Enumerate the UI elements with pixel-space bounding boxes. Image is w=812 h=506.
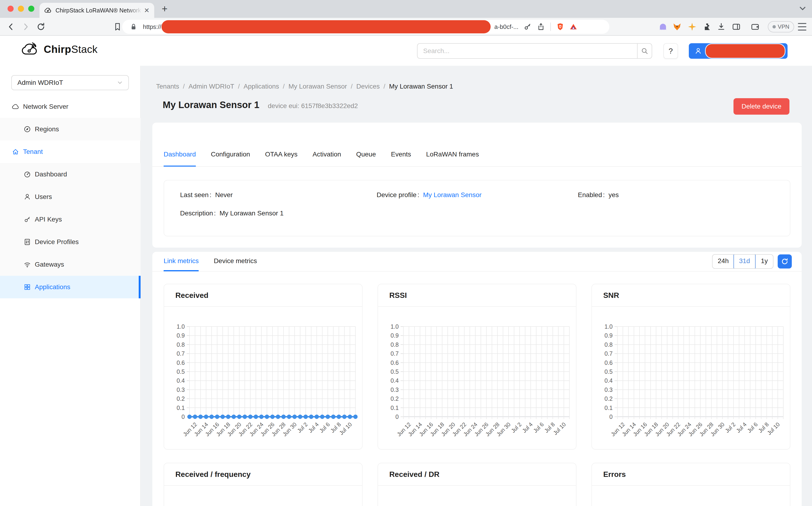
chart-plot: 1.00.90.80.70.60.50.40.30.20.10Jun 12Jun… [378, 307, 576, 450]
sidebar-item-users[interactable]: Users [0, 186, 141, 208]
svg-text:0.7: 0.7 [390, 350, 399, 357]
share-icon[interactable] [537, 22, 545, 31]
downloads-icon[interactable] [717, 22, 726, 31]
spark-extension-icon[interactable] [687, 22, 697, 31]
info-device-profile: Device profile:My Lorawan Sensor [377, 191, 482, 199]
sidebar-item-api-keys[interactable]: API Keys [0, 208, 141, 231]
extensions-puzzle-icon[interactable] [703, 22, 712, 31]
search-input[interactable] [417, 43, 637, 59]
svg-text:0.1: 0.1 [390, 405, 399, 411]
svg-text:0.1: 0.1 [604, 405, 613, 411]
breadcrumb: Tenants/Admin WDRIoT/Applications/My Lor… [156, 83, 453, 90]
tab-queue[interactable]: Queue [356, 143, 376, 167]
svg-text:Jul 6: Jul 6 [746, 421, 759, 434]
tab-lorawan-frames[interactable]: LoRaWAN frames [426, 143, 479, 167]
svg-text:1.0: 1.0 [390, 323, 399, 330]
chart-title: Received [175, 291, 209, 300]
breadcrumb-item-my-lorawan-sensor-1: My Lorawan Sensor 1 [389, 83, 453, 90]
sidebar-item-label: Gateways [35, 261, 64, 268]
breadcrumb-separator: / [351, 83, 353, 90]
chevron-down-icon [117, 80, 123, 86]
wallet-icon[interactable] [750, 22, 760, 31]
refresh-button[interactable] [778, 254, 792, 268]
tenant-select[interactable]: Admin WDRIoT [11, 75, 129, 90]
delete-device-button[interactable]: Delete device [734, 98, 790, 115]
sidebar-item-device-profiles[interactable]: Device Profiles [0, 231, 141, 253]
tab-events[interactable]: Events [391, 143, 411, 167]
chart-card-received-dr: Received / DR [378, 463, 577, 506]
svg-text:Jul 4: Jul 4 [307, 421, 320, 434]
user-menu-button[interactable] [689, 43, 788, 59]
chart-card-body: 1.00.90.80.70.60.50.40.30.20.10Jun 12Jun… [378, 307, 576, 450]
bookmark-icon[interactable] [113, 22, 122, 31]
svg-text:0.7: 0.7 [176, 350, 185, 357]
range-24h[interactable]: 24h [713, 255, 734, 268]
search-button[interactable] [637, 43, 652, 59]
tab-close-icon[interactable]: ✕ [144, 7, 150, 14]
vpn-label: VPN [778, 23, 789, 30]
browser-menu-button[interactable] [798, 23, 806, 30]
breadcrumb-item-devices[interactable]: Devices [356, 83, 380, 90]
tab-activation[interactable]: Activation [313, 143, 341, 167]
tab-device-metrics[interactable]: Device metrics [214, 252, 257, 271]
phantom-extension-icon[interactable] [658, 22, 668, 31]
sidebar-item-network-server[interactable]: Network Server [0, 95, 141, 118]
tab-dashboard[interactable]: Dashboard [164, 143, 196, 167]
window-close-button[interactable] [7, 6, 14, 12]
bat-icon[interactable] [569, 22, 578, 31]
breadcrumb-item-tenants[interactable]: Tenants [156, 83, 179, 90]
info-description: Description:My Lorawan Sensor 1 [180, 209, 284, 217]
browser-tab[interactable]: ChirpStack LoRaWAN® Network ✕ [40, 3, 154, 18]
help-button[interactable]: ? [663, 43, 678, 59]
tab-configuration[interactable]: Configuration [211, 143, 250, 167]
key-icon[interactable] [524, 22, 532, 31]
window-controls [7, 6, 34, 12]
tab-search-chevron-icon[interactable] [798, 4, 807, 13]
sidebar-item-tenant[interactable]: Tenant [0, 141, 141, 163]
breadcrumb-separator: / [238, 83, 240, 90]
sidebar-item-gateways[interactable]: Gateways [0, 253, 141, 276]
device-profile-link[interactable]: My Lorawan Sensor [423, 191, 482, 198]
chart-card-header: RSSI [378, 284, 576, 307]
svg-text:0.3: 0.3 [176, 387, 185, 393]
breadcrumb-item-applications[interactable]: Applications [243, 83, 279, 90]
tab-otaa-keys[interactable]: OTAA keys [265, 143, 298, 167]
reload-button[interactable] [36, 22, 46, 32]
back-button[interactable] [6, 22, 16, 32]
range-31d[interactable]: 31d [734, 254, 756, 269]
svg-text:0.5: 0.5 [604, 368, 613, 375]
svg-text:0.2: 0.2 [390, 395, 399, 402]
sidebar-item-label: API Keys [35, 216, 62, 223]
chart-card-body [378, 486, 576, 506]
svg-text:0: 0 [181, 413, 185, 420]
metamask-extension-icon[interactable] [672, 22, 682, 31]
brave-shield-icon[interactable] [556, 22, 565, 31]
sidebar-item-dashboard[interactable]: Dashboard [0, 163, 141, 186]
url-redaction [161, 20, 491, 33]
svg-text:Jul 10: Jul 10 [766, 421, 781, 436]
vpn-button[interactable]: VPN [768, 21, 794, 32]
sidebar-toggle-icon[interactable] [732, 22, 741, 31]
chart-plot: 1.00.90.80.70.60.50.40.30.20.10Jun 12Jun… [592, 307, 790, 450]
chirpstack-logo[interactable]: ChirpStack [21, 42, 97, 56]
sidebar-item-regions[interactable]: Regions [0, 118, 141, 141]
forward-button[interactable] [21, 22, 31, 32]
window-zoom-button[interactable] [28, 6, 34, 12]
chirpstack-favicon-icon [44, 7, 52, 14]
svg-text:0.6: 0.6 [390, 359, 399, 366]
breadcrumb-item-my-lorawan-sensor[interactable]: My Lorawan Sensor [288, 83, 347, 90]
window-minimize-button[interactable] [18, 6, 24, 12]
tab-link-metrics[interactable]: Link metrics [164, 252, 199, 271]
metrics-header: Link metricsDevice metrics 24h31d1y [152, 252, 802, 271]
breadcrumb-separator: / [183, 83, 185, 90]
chart-card-body: 1.00.90.80.70.60.50.40.30.20.10Jun 12Jun… [592, 307, 790, 450]
breadcrumb-item-admin-wdriot[interactable]: Admin WDRIoT [189, 83, 234, 90]
new-tab-button[interactable]: + [162, 2, 168, 16]
sidebar-item-applications[interactable]: Applications [0, 276, 141, 298]
svg-text:0.1: 0.1 [176, 405, 185, 411]
svg-text:Jul 4: Jul 4 [735, 421, 748, 434]
url-bar[interactable]: https://( a-b0cf-... [122, 20, 609, 34]
svg-text:0.5: 0.5 [176, 368, 185, 375]
range-1y[interactable]: 1y [755, 255, 773, 268]
device-tabs: DashboardConfigurationOTAA keysActivatio… [152, 143, 802, 167]
